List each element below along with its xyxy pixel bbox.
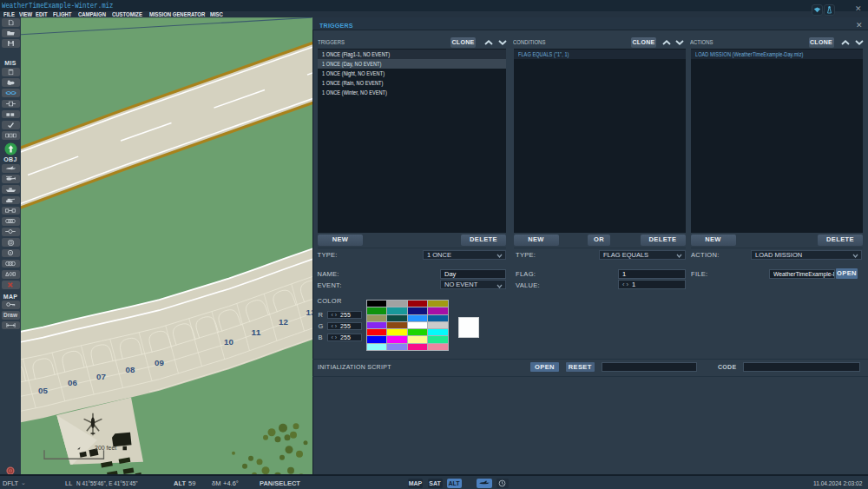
svg-text:12: 12: [279, 318, 288, 327]
svg-text:08: 08: [126, 366, 135, 374]
svg-text:05: 05: [38, 386, 48, 394]
svg-text:09: 09: [155, 359, 164, 367]
svg-text:07: 07: [96, 372, 106, 380]
svg-text:200 feet: 200 feet: [95, 444, 116, 450]
svg-text:13: 13: [306, 308, 312, 317]
svg-text:11: 11: [252, 327, 261, 336]
svg-text:10: 10: [224, 337, 233, 346]
svg-text:06: 06: [68, 379, 77, 387]
